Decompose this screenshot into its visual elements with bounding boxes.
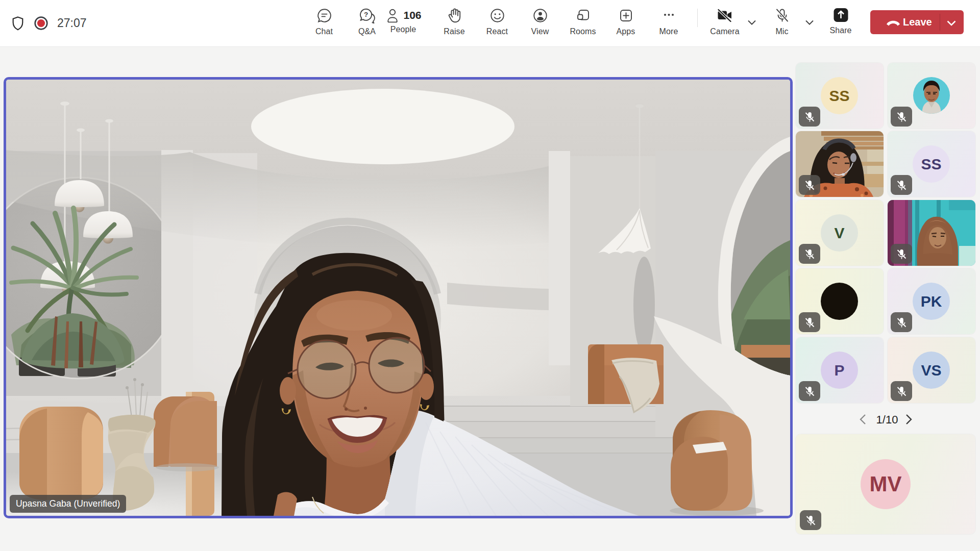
svg-text:?: ? (363, 11, 368, 18)
